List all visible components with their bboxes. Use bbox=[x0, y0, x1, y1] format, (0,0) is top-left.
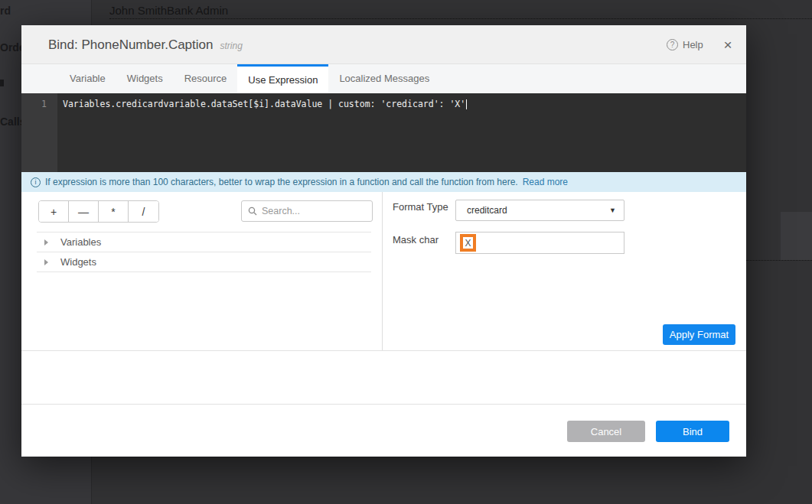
tab-variable[interactable]: Variable bbox=[59, 64, 116, 93]
dialog-body: + — * / Search... Variables W bbox=[21, 192, 746, 351]
help-icon: ? bbox=[667, 39, 678, 50]
operator-minus-button[interactable]: — bbox=[69, 201, 99, 222]
bind-source-tree: Variables Widgets bbox=[37, 232, 371, 272]
apply-format-button[interactable]: Apply Format bbox=[663, 324, 735, 345]
dialog-tabs: Variable Widgets Resource Use Expression… bbox=[21, 64, 746, 93]
info-text: If expression is more than 100 character… bbox=[45, 177, 518, 187]
dialog-title-wrap: Bind: PhoneNumber.Caption string bbox=[48, 25, 243, 64]
format-type-value: creditcard bbox=[467, 205, 507, 216]
background-right-dotted-border bbox=[746, 260, 812, 261]
tab-widgets[interactable]: Widgets bbox=[116, 64, 174, 93]
cancel-button[interactable]: Cancel bbox=[567, 421, 645, 442]
help-label: Help bbox=[683, 39, 703, 50]
sidebar-item-fragment bbox=[0, 80, 4, 86]
tree-item-label: Widgets bbox=[60, 256, 96, 268]
tab-localized-messages[interactable]: Localized Messages bbox=[328, 64, 440, 93]
read-more-link[interactable]: Read more bbox=[523, 177, 568, 187]
operator-plus-button[interactable]: + bbox=[39, 201, 69, 222]
dialog-body-spacer bbox=[21, 351, 746, 404]
format-type-select[interactable]: creditcard ▼ bbox=[455, 200, 624, 221]
search-input[interactable]: Search... bbox=[241, 200, 373, 222]
editor-line-number: 1 bbox=[21, 93, 57, 172]
search-placeholder: Search... bbox=[262, 206, 300, 216]
mask-char-input[interactable]: X bbox=[455, 232, 624, 254]
expression-editor[interactable]: 1 Variables.credicardvariable.dataSet[$i… bbox=[21, 93, 746, 172]
tree-item-label: Variables bbox=[60, 236, 101, 248]
search-icon bbox=[248, 206, 257, 216]
dialog-header: Bind: PhoneNumber.Caption string ? Help … bbox=[21, 25, 746, 64]
chevron-right-icon bbox=[44, 259, 48, 265]
bind-dialog: Bind: PhoneNumber.Caption string ? Help … bbox=[21, 25, 746, 457]
text-cursor bbox=[466, 99, 467, 109]
dialog-footer: Cancel Bind bbox=[21, 404, 746, 457]
info-bar: i If expression is more than 100 charact… bbox=[21, 172, 746, 192]
expression-text: Variables.credicardvariable.dataSet[$i].… bbox=[63, 99, 465, 109]
format-type-label: Format Type bbox=[393, 201, 448, 213]
mask-char-label: Mask char bbox=[393, 234, 439, 245]
tab-resource[interactable]: Resource bbox=[174, 64, 238, 93]
close-icon[interactable]: × bbox=[713, 25, 743, 64]
expression-left-panel: + — * / Search... Variables W bbox=[21, 192, 383, 350]
operator-multiply-button[interactable]: * bbox=[99, 201, 129, 222]
format-panel: Format Type creditcard ▼ Mask char X App… bbox=[383, 192, 746, 350]
sidebar-item-dashboard: rd bbox=[0, 5, 11, 17]
background-page-title: John SmithBank Admin bbox=[109, 4, 228, 17]
background-right-panel bbox=[781, 212, 812, 260]
info-icon: i bbox=[31, 177, 41, 187]
chevron-down-icon: ▼ bbox=[609, 206, 616, 214]
operator-divide-button[interactable]: / bbox=[129, 201, 158, 222]
tree-item-variables[interactable]: Variables bbox=[37, 232, 371, 252]
mask-char-value-highlighted: X bbox=[460, 234, 476, 252]
help-button[interactable]: ? Help bbox=[667, 25, 703, 64]
editor-code-line[interactable]: Variables.credicardvariable.dataSet[$i].… bbox=[57, 93, 746, 172]
background-widget-dotted-border bbox=[109, 18, 812, 19]
tree-item-widgets[interactable]: Widgets bbox=[37, 252, 371, 272]
bind-button[interactable]: Bind bbox=[656, 421, 729, 442]
chevron-right-icon bbox=[44, 239, 48, 245]
tab-use-expression[interactable]: Use Expression bbox=[237, 64, 328, 93]
dialog-title: Bind: PhoneNumber.Caption bbox=[48, 37, 213, 53]
operator-button-group: + — * / bbox=[38, 200, 159, 223]
dialog-title-type-badge: string bbox=[220, 38, 242, 51]
